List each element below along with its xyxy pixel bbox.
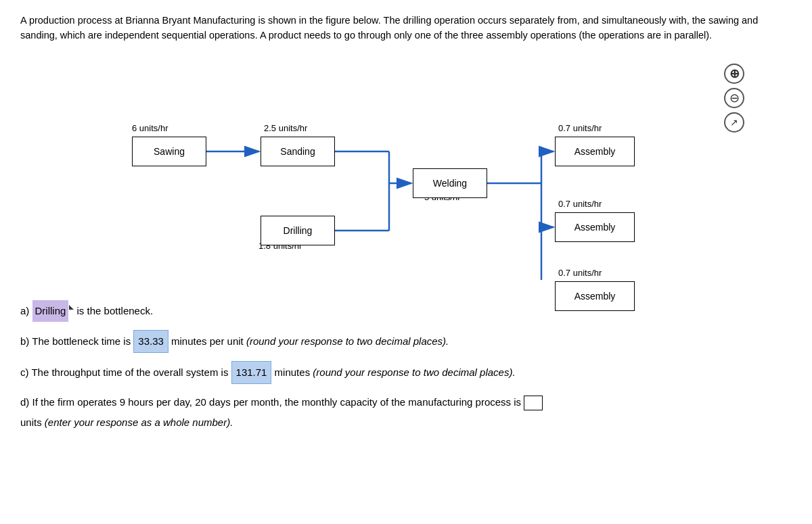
qa-b-suffix: minutes per unit — [171, 335, 246, 347]
qa-b-label: b) — [20, 335, 29, 347]
sawing-rate: 6 units/hr — [132, 123, 168, 133]
qa-a-suffix: is the bottleneck. — [77, 305, 154, 316]
zoom-controls[interactable]: ⊕ ⊖ ↗ — [724, 64, 744, 133]
process-diagram: ⊕ ⊖ ↗ 6 units/hr 2.5 units/hr 0.7 units/… — [68, 64, 744, 280]
qa-item-d: d) If the firm operates 9 hours per day,… — [20, 392, 792, 433]
qa-c-label: c) — [20, 366, 29, 378]
qa-section: a) Drilling is the bottleneck. b) The bo… — [20, 300, 792, 433]
sanding-label: Sanding — [280, 146, 315, 157]
qa-d-text: If the firm operates 9 hours per day, 20… — [32, 396, 524, 408]
zoom-in-button[interactable]: ⊕ — [724, 64, 744, 84]
zoom-in-icon: ⊕ — [729, 66, 740, 81]
qa-item-a: a) Drilling is the bottleneck. — [20, 300, 792, 322]
sawing-box: Sawing — [132, 137, 206, 166]
zoom-out-button[interactable]: ⊖ — [724, 88, 744, 108]
throughput-time-answer: 131.71 — [231, 361, 272, 384]
drilling-box: Drilling — [261, 216, 335, 245]
qa-item-c: c) The throughput time of the overall sy… — [20, 361, 792, 384]
external-link-button[interactable]: ↗ — [724, 112, 744, 133]
qa-item-b: b) The bottleneck time is 33.33 minutes … — [20, 330, 792, 353]
drilling-answer: Drilling — [32, 300, 69, 322]
qa-b-text: The bottleneck time is — [32, 335, 133, 347]
qa-d-suffix-line: units (enter your response as a whole nu… — [20, 416, 233, 428]
assembly1-box: Assembly — [555, 137, 635, 166]
assembly3-rate: 0.7 units/hr — [558, 268, 602, 278]
assembly1-rate: 0.7 units/hr — [558, 123, 602, 133]
qa-d-units: units — [20, 416, 45, 428]
assembly2-rate: 0.7 units/hr — [558, 199, 602, 209]
intro-paragraph: A production process at Brianna Bryant M… — [20, 15, 758, 41]
qa-c-italic: (round your response to two decimal plac… — [313, 366, 515, 378]
assembly2-box: Assembly — [555, 212, 635, 242]
cursor-icon — [69, 305, 74, 310]
monthly-capacity-answer-box[interactable] — [524, 396, 543, 410]
qa-d-label: d) — [20, 396, 29, 408]
zoom-out-icon: ⊖ — [729, 91, 740, 105]
arrows-svg — [68, 64, 744, 280]
assembly2-label: Assembly — [574, 222, 616, 233]
qa-c-text: The throughput time of the overall syste… — [31, 366, 231, 378]
external-link-icon: ↗ — [730, 117, 738, 128]
assembly3-label: Assembly — [574, 291, 616, 302]
assembly1-label: Assembly — [574, 146, 616, 157]
sanding-box: Sanding — [261, 137, 335, 166]
qa-a-label: a) — [20, 305, 29, 316]
drilling-label: Drilling — [284, 225, 313, 236]
bottleneck-time-answer: 33.33 — [133, 330, 168, 353]
sawing-label: Sawing — [154, 146, 185, 157]
assembly3-box: Assembly — [555, 281, 635, 311]
sanding-rate: 2.5 units/hr — [264, 123, 307, 133]
qa-d-italic: (enter your response as a whole number). — [45, 416, 233, 428]
welding-box: Welding — [413, 168, 487, 198]
welding-label: Welding — [433, 178, 467, 189]
intro-text: A production process at Brianna Bryant M… — [20, 14, 765, 43]
qa-b-italic: (round your response to two decimal plac… — [246, 335, 449, 347]
qa-c-suffix: minutes — [275, 366, 313, 378]
